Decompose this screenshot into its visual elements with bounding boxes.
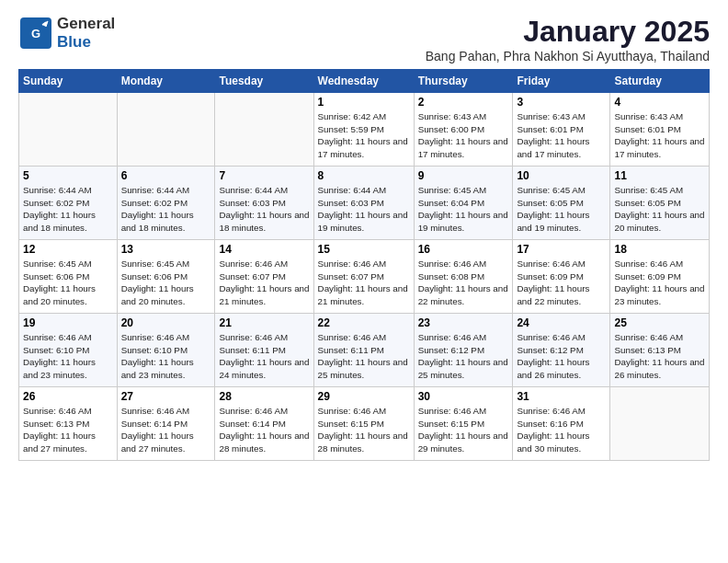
day-number: 15 bbox=[318, 243, 410, 256]
day-info: Sunrise: 6:44 AMSunset: 6:03 PMDaylight:… bbox=[219, 184, 309, 235]
day-info: Sunrise: 6:46 AMSunset: 6:14 PMDaylight:… bbox=[121, 405, 211, 455]
calendar-cell: 6Sunrise: 6:44 AMSunset: 6:02 PMDaylight… bbox=[117, 167, 215, 240]
month-title: January 2025 bbox=[426, 15, 710, 49]
calendar-cell: 16Sunrise: 6:46 AMSunset: 6:08 PMDayligh… bbox=[414, 240, 513, 314]
header-row: SundayMondayTuesdayWednesdayThursdayFrid… bbox=[19, 70, 710, 93]
calendar-cell bbox=[19, 93, 118, 167]
calendar-table: SundayMondayTuesdayWednesdayThursdayFrid… bbox=[18, 69, 710, 461]
calendar-cell bbox=[117, 93, 215, 167]
day-info: Sunrise: 6:43 AMSunset: 6:01 PMDaylight:… bbox=[517, 110, 606, 161]
calendar-cell: 14Sunrise: 6:46 AMSunset: 6:07 PMDayligh… bbox=[215, 240, 313, 314]
day-info: Sunrise: 6:45 AMSunset: 6:06 PMDaylight:… bbox=[121, 258, 211, 308]
header-day-monday: Monday bbox=[117, 70, 215, 93]
day-number: 7 bbox=[219, 169, 309, 182]
calendar-cell: 30Sunrise: 6:46 AMSunset: 6:15 PMDayligh… bbox=[414, 387, 513, 461]
day-number: 5 bbox=[23, 169, 113, 182]
day-number: 16 bbox=[418, 243, 509, 256]
calendar-cell: 15Sunrise: 6:46 AMSunset: 6:07 PMDayligh… bbox=[313, 240, 414, 314]
day-number: 19 bbox=[23, 316, 113, 329]
calendar-cell: 1Sunrise: 6:42 AMSunset: 5:59 PMDaylight… bbox=[313, 93, 414, 167]
day-number: 23 bbox=[418, 316, 509, 329]
day-info: Sunrise: 6:42 AMSunset: 5:59 PMDaylight:… bbox=[318, 110, 410, 161]
calendar-cell: 7Sunrise: 6:44 AMSunset: 6:03 PMDaylight… bbox=[215, 167, 313, 240]
day-number: 12 bbox=[23, 243, 113, 256]
day-info: Sunrise: 6:46 AMSunset: 6:15 PMDaylight:… bbox=[318, 405, 410, 455]
day-info: Sunrise: 6:46 AMSunset: 6:12 PMDaylight:… bbox=[418, 331, 509, 382]
day-info: Sunrise: 6:46 AMSunset: 6:08 PMDaylight:… bbox=[418, 258, 509, 308]
calendar-cell: 23Sunrise: 6:46 AMSunset: 6:12 PMDayligh… bbox=[414, 314, 513, 387]
day-info: Sunrise: 6:46 AMSunset: 6:09 PMDaylight:… bbox=[517, 258, 606, 308]
week-row-4: 26Sunrise: 6:46 AMSunset: 6:13 PMDayligh… bbox=[19, 387, 710, 461]
day-number: 1 bbox=[318, 96, 410, 109]
calendar-cell: 24Sunrise: 6:46 AMSunset: 6:12 PMDayligh… bbox=[513, 314, 610, 387]
day-number: 17 bbox=[517, 243, 606, 256]
day-number: 29 bbox=[318, 390, 410, 403]
calendar-cell: 10Sunrise: 6:45 AMSunset: 6:05 PMDayligh… bbox=[513, 167, 610, 240]
week-row-2: 12Sunrise: 6:45 AMSunset: 6:06 PMDayligh… bbox=[19, 240, 710, 314]
day-number: 8 bbox=[318, 169, 410, 182]
calendar-cell: 2Sunrise: 6:43 AMSunset: 6:00 PMDaylight… bbox=[414, 93, 513, 167]
day-info: Sunrise: 6:46 AMSunset: 6:15 PMDaylight:… bbox=[418, 405, 509, 455]
day-info: Sunrise: 6:45 AMSunset: 6:05 PMDaylight:… bbox=[614, 184, 705, 235]
calendar-cell: 4Sunrise: 6:43 AMSunset: 6:01 PMDaylight… bbox=[610, 93, 710, 167]
day-number: 22 bbox=[318, 316, 410, 329]
calendar-cell bbox=[215, 93, 313, 167]
calendar-cell: 19Sunrise: 6:46 AMSunset: 6:10 PMDayligh… bbox=[19, 314, 118, 387]
calendar-body: 1Sunrise: 6:42 AMSunset: 5:59 PMDaylight… bbox=[19, 93, 710, 461]
day-number: 26 bbox=[23, 390, 113, 403]
day-info: Sunrise: 6:46 AMSunset: 6:13 PMDaylight:… bbox=[23, 405, 113, 455]
day-info: Sunrise: 6:43 AMSunset: 6:00 PMDaylight:… bbox=[418, 110, 509, 161]
calendar-cell: 22Sunrise: 6:46 AMSunset: 6:11 PMDayligh… bbox=[313, 314, 414, 387]
calendar-cell: 12Sunrise: 6:45 AMSunset: 6:06 PMDayligh… bbox=[19, 240, 118, 314]
day-info: Sunrise: 6:45 AMSunset: 6:06 PMDaylight:… bbox=[23, 258, 113, 308]
calendar-cell: 27Sunrise: 6:46 AMSunset: 6:14 PMDayligh… bbox=[117, 387, 215, 461]
day-info: Sunrise: 6:46 AMSunset: 6:12 PMDaylight:… bbox=[517, 331, 606, 382]
calendar-cell: 5Sunrise: 6:44 AMSunset: 6:02 PMDaylight… bbox=[19, 167, 118, 240]
day-info: Sunrise: 6:46 AMSunset: 6:07 PMDaylight:… bbox=[318, 258, 410, 308]
week-row-3: 19Sunrise: 6:46 AMSunset: 6:10 PMDayligh… bbox=[19, 314, 710, 387]
logo-text: General Blue bbox=[57, 15, 115, 52]
title-area: January 2025 Bang Pahan, Phra Nakhon Si … bbox=[426, 15, 710, 63]
day-info: Sunrise: 6:46 AMSunset: 6:10 PMDaylight:… bbox=[121, 331, 211, 382]
logo: G General Blue bbox=[18, 15, 115, 52]
header-day-tuesday: Tuesday bbox=[215, 70, 313, 93]
day-number: 3 bbox=[517, 96, 606, 109]
header-day-wednesday: Wednesday bbox=[313, 70, 414, 93]
day-info: Sunrise: 6:44 AMSunset: 6:02 PMDaylight:… bbox=[23, 184, 113, 235]
calendar-cell: 21Sunrise: 6:46 AMSunset: 6:11 PMDayligh… bbox=[215, 314, 313, 387]
calendar-cell: 25Sunrise: 6:46 AMSunset: 6:13 PMDayligh… bbox=[610, 314, 710, 387]
day-number: 25 bbox=[614, 316, 705, 329]
calendar-cell bbox=[610, 387, 710, 461]
calendar-cell: 17Sunrise: 6:46 AMSunset: 6:09 PMDayligh… bbox=[513, 240, 610, 314]
week-row-1: 5Sunrise: 6:44 AMSunset: 6:02 PMDaylight… bbox=[19, 167, 710, 240]
day-info: Sunrise: 6:46 AMSunset: 6:11 PMDaylight:… bbox=[318, 331, 410, 382]
day-number: 6 bbox=[121, 169, 211, 182]
day-info: Sunrise: 6:46 AMSunset: 6:16 PMDaylight:… bbox=[517, 405, 606, 455]
day-number: 18 bbox=[614, 243, 705, 256]
calendar-header: SundayMondayTuesdayWednesdayThursdayFrid… bbox=[19, 70, 710, 93]
day-info: Sunrise: 6:45 AMSunset: 6:05 PMDaylight:… bbox=[517, 184, 606, 235]
header-day-friday: Friday bbox=[513, 70, 610, 93]
calendar-cell: 29Sunrise: 6:46 AMSunset: 6:15 PMDayligh… bbox=[313, 387, 414, 461]
day-number: 4 bbox=[614, 96, 705, 109]
day-number: 13 bbox=[121, 243, 211, 256]
calendar-cell: 3Sunrise: 6:43 AMSunset: 6:01 PMDaylight… bbox=[513, 93, 610, 167]
day-info: Sunrise: 6:46 AMSunset: 6:07 PMDaylight:… bbox=[219, 258, 309, 308]
svg-text:G: G bbox=[31, 27, 40, 40]
day-info: Sunrise: 6:46 AMSunset: 6:09 PMDaylight:… bbox=[614, 258, 705, 308]
day-info: Sunrise: 6:45 AMSunset: 6:04 PMDaylight:… bbox=[418, 184, 509, 235]
calendar-cell: 28Sunrise: 6:46 AMSunset: 6:14 PMDayligh… bbox=[215, 387, 313, 461]
day-number: 9 bbox=[418, 169, 509, 182]
day-info: Sunrise: 6:44 AMSunset: 6:02 PMDaylight:… bbox=[121, 184, 211, 235]
header-day-thursday: Thursday bbox=[414, 70, 513, 93]
day-number: 20 bbox=[121, 316, 211, 329]
day-info: Sunrise: 6:46 AMSunset: 6:13 PMDaylight:… bbox=[614, 331, 705, 382]
logo-general: General bbox=[57, 15, 115, 32]
calendar-cell: 8Sunrise: 6:44 AMSunset: 6:03 PMDaylight… bbox=[313, 167, 414, 240]
day-info: Sunrise: 6:46 AMSunset: 6:10 PMDaylight:… bbox=[23, 331, 113, 382]
header-day-saturday: Saturday bbox=[610, 70, 710, 93]
calendar-cell: 31Sunrise: 6:46 AMSunset: 6:16 PMDayligh… bbox=[513, 387, 610, 461]
location-title: Bang Pahan, Phra Nakhon Si Ayutthaya, Th… bbox=[426, 49, 710, 63]
day-number: 2 bbox=[418, 96, 509, 109]
day-number: 14 bbox=[219, 243, 309, 256]
